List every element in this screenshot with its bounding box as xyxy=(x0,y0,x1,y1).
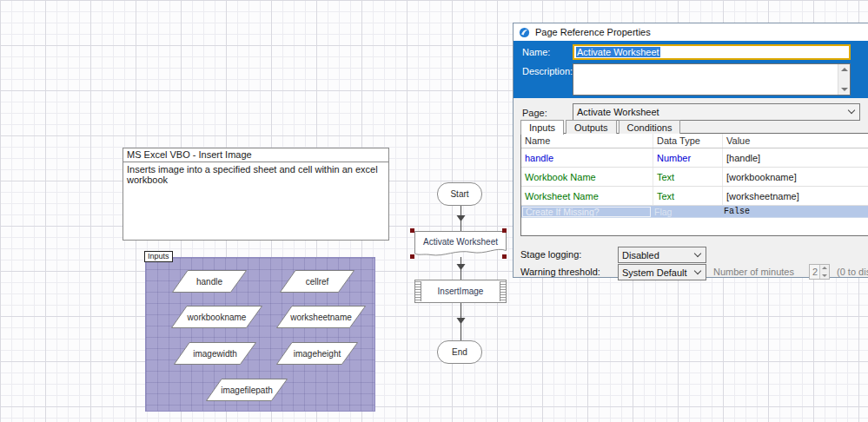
note-description: Inserts image into a specified sheet and… xyxy=(123,162,388,187)
data-item-label: imagefilepath xyxy=(206,379,288,401)
page-dropdown-value: Activate Worksheet xyxy=(577,107,659,117)
connector-start-to-pageref xyxy=(456,206,466,232)
connector-arrow-icon xyxy=(457,318,466,324)
data-item-imageheight[interactable]: imageheight xyxy=(276,342,358,365)
disable-hint: (0 to disable) xyxy=(837,267,868,277)
number-of-minutes-label: Number of minutes xyxy=(713,267,794,277)
start-stage[interactable]: Start xyxy=(437,182,482,206)
dialog-header-panel: Name: Activate Worksheet Description: xyxy=(514,41,868,98)
data-item-cellref[interactable]: cellref xyxy=(280,270,354,293)
page-label: Page: xyxy=(522,108,547,118)
dialog-titlebar[interactable]: Page Reference Properties xyxy=(514,23,868,41)
param-name: Workbook Name xyxy=(521,168,653,186)
description-label: Description: xyxy=(522,66,573,76)
name-input[interactable]: Activate Worksheet xyxy=(573,44,851,60)
name-input-selected-text: Activate Worksheet xyxy=(576,47,660,57)
note-stage[interactable]: MS Excel VBO - Insert Image Inserts imag… xyxy=(123,148,389,241)
data-item-label: handle xyxy=(172,270,247,293)
stage-logging-label: Stage logging: xyxy=(520,249,581,260)
table-row[interactable]: Worksheet Name Text [worksheetname] xyxy=(521,187,868,206)
stage-logging-value: Disabled xyxy=(622,250,659,260)
tab-outputs[interactable]: Outputs xyxy=(566,120,617,134)
connector-arrow-icon xyxy=(457,264,466,270)
chevron-down-icon xyxy=(848,107,855,114)
page-reference-properties-dialog: Page Reference Properties Name: Activate… xyxy=(513,23,868,278)
selection-handle[interactable] xyxy=(502,254,507,259)
warning-threshold-value: System Default xyxy=(622,267,687,278)
column-header-datatype[interactable]: Data Type xyxy=(653,134,723,148)
param-type: Text xyxy=(653,187,723,205)
connector-pageref-to-subsheet xyxy=(456,257,466,280)
selection-handle[interactable] xyxy=(410,254,414,259)
minutes-spinner[interactable]: 2 xyxy=(809,264,830,280)
data-item-label: imagewidth xyxy=(174,342,256,365)
inputs-table: Name Data Type Value handle Number [hand… xyxy=(520,133,868,236)
description-scrollbar[interactable] xyxy=(838,64,850,95)
page-dropdown[interactable]: Activate Worksheet xyxy=(573,103,860,121)
connector-arrow-icon xyxy=(457,215,466,221)
param-type: Text xyxy=(653,168,723,186)
table-row[interactable]: Workbook Name Text [workbookname] xyxy=(521,168,868,187)
column-header-value[interactable]: Value xyxy=(723,135,868,146)
name-label: Name: xyxy=(522,47,550,57)
stage-logging-dropdown[interactable]: Disabled xyxy=(618,247,706,263)
table-header-row: Name Data Type Value xyxy=(521,134,868,148)
param-name: handle xyxy=(521,148,653,167)
table-row-selected[interactable]: Create If Missing? Flag False xyxy=(521,206,868,218)
end-stage[interactable]: End xyxy=(437,340,482,364)
inputs-group-label: Inputs xyxy=(144,251,173,262)
minutes-spinner-value: 2 xyxy=(810,265,819,279)
chevron-down-icon xyxy=(694,249,701,256)
page-reference-label: Activate Worksheet xyxy=(414,231,507,252)
subsheet-band-icon xyxy=(415,281,421,301)
spinner-up-icon[interactable] xyxy=(820,265,829,272)
param-value[interactable]: [handle] xyxy=(723,153,868,163)
warning-threshold-dropdown[interactable]: System Default xyxy=(618,264,706,280)
spinner-down-icon[interactable] xyxy=(820,272,829,279)
tab-conditions[interactable]: Conditions xyxy=(619,120,681,134)
data-item-workbookname[interactable]: workbookname xyxy=(171,306,262,328)
data-item-imagewidth[interactable]: imagewidth xyxy=(174,342,256,365)
dialog-title: Page Reference Properties xyxy=(535,27,651,37)
connector-subsheet-to-end xyxy=(456,303,466,340)
subsheet-label: InsertImage xyxy=(438,287,484,296)
tab-inputs[interactable]: Inputs xyxy=(520,120,564,135)
data-item-label: worksheetname xyxy=(276,306,366,328)
param-value[interactable]: [workbookname] xyxy=(723,172,868,182)
param-name: Create If Missing? xyxy=(522,207,651,217)
column-header-name[interactable]: Name xyxy=(521,134,653,148)
chevron-down-icon xyxy=(694,267,701,274)
data-item-imagefilepath[interactable]: imagefilepath xyxy=(206,379,288,401)
description-input[interactable] xyxy=(573,63,851,96)
data-item-label: workbookname xyxy=(171,306,262,328)
param-value[interactable]: False xyxy=(720,207,868,216)
scroll-down-icon[interactable] xyxy=(841,88,848,91)
page-reference-stage-activate-worksheet[interactable]: Activate Worksheet xyxy=(414,231,507,257)
param-type: Number xyxy=(653,148,723,167)
parameter-tabs: Inputs Outputs Conditions xyxy=(520,120,682,134)
param-type: Flag xyxy=(651,207,720,217)
start-stage-label: Start xyxy=(450,189,468,199)
note-title: MS Excel VBO - Insert Image xyxy=(123,148,388,162)
selection-handle[interactable] xyxy=(410,228,414,233)
warning-threshold-label: Warning threshold: xyxy=(520,267,600,277)
data-item-worksheetname[interactable]: worksheetname xyxy=(276,306,366,328)
table-row[interactable]: handle Number [handle] xyxy=(521,148,868,168)
scroll-up-icon[interactable] xyxy=(841,68,848,71)
data-item-handle[interactable]: handle xyxy=(172,270,247,293)
param-name: Worksheet Name xyxy=(521,187,653,205)
subsheet-band-icon xyxy=(500,281,506,301)
page-reference-dialog-icon xyxy=(519,27,530,38)
subsheet-stage-insertimage[interactable]: InsertImage xyxy=(414,280,507,303)
process-canvas: MS Excel VBO - Insert Image Inserts imag… xyxy=(0,0,868,422)
selection-handle[interactable] xyxy=(502,228,507,233)
end-stage-label: End xyxy=(452,347,467,357)
data-item-label: imageheight xyxy=(276,342,358,365)
data-item-label: cellref xyxy=(280,270,354,293)
param-value[interactable]: [worksheetname] xyxy=(723,191,868,201)
